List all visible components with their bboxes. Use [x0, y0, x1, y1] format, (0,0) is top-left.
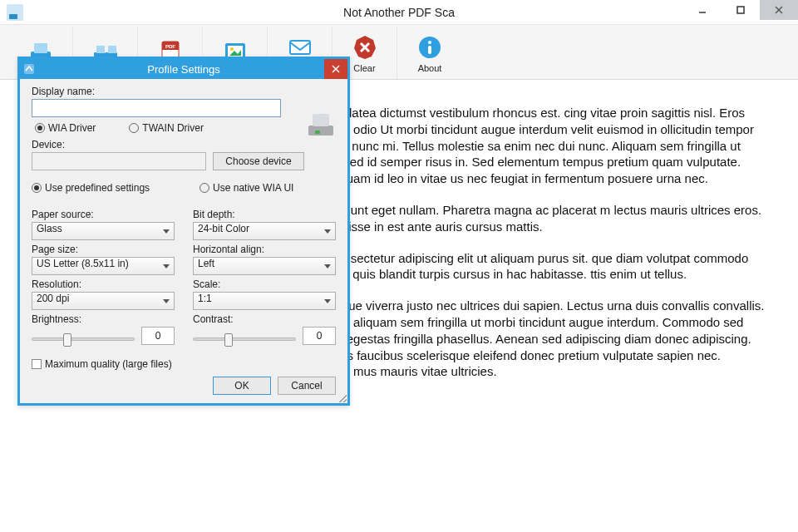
radio-label: Use predefined settings	[45, 182, 150, 194]
contrast-slider[interactable]	[193, 337, 296, 341]
toolbar-label: Clear	[353, 63, 375, 73]
use-predefined-radio[interactable]: Use predefined settings	[32, 182, 150, 194]
svg-rect-9	[108, 46, 116, 53]
twain-driver-radio[interactable]: TWAIN Driver	[129, 122, 204, 134]
select-value: US Letter (8.5x11 in)	[37, 258, 129, 269]
svg-point-22	[428, 41, 431, 44]
select-value: Glass	[37, 223, 62, 234]
device-input	[32, 152, 206, 170]
app-icon	[7, 4, 23, 21]
close-button[interactable]	[760, 0, 798, 20]
contrast-label: Contrast:	[193, 313, 336, 325]
svg-rect-7	[96, 46, 105, 53]
maximize-button[interactable]	[722, 0, 760, 20]
radio-label: TWAIN Driver	[142, 122, 204, 134]
checkbox-label: Maximum quality (large files)	[45, 358, 172, 370]
choose-device-button[interactable]: Choose device	[213, 152, 304, 170]
brightness-slider[interactable]	[32, 337, 135, 341]
svg-rect-5	[34, 43, 47, 53]
resolution-select[interactable]: 200 dpi	[32, 292, 175, 310]
scale-select[interactable]: 1:1	[193, 292, 336, 310]
display-name-label: Display name:	[32, 86, 336, 97]
window-title: Not Another PDF Sca	[343, 6, 455, 19]
radio-label: WIA Driver	[48, 122, 96, 134]
resize-grip[interactable]	[337, 392, 347, 402]
checkbox-icon	[32, 359, 42, 369]
doc-paragraph: bitasse platea dictumst vestibulum rhonc…	[299, 105, 765, 187]
radio-icon	[200, 183, 209, 193]
dialog-titlebar[interactable]: Profile Settings	[20, 59, 347, 79]
doc-paragraph: amet consectetur adipiscing elit ut aliq…	[299, 250, 765, 283]
info-icon	[416, 33, 444, 62]
dialog-title: Profile Settings	[147, 63, 219, 76]
doc-paragraph: urna neque viverra justo nec ultrices du…	[299, 298, 765, 380]
display-name-input[interactable]	[32, 99, 281, 117]
scale-label: Scale:	[193, 278, 336, 290]
radio-icon	[35, 123, 45, 133]
halign-select[interactable]: Left	[193, 257, 336, 275]
svg-rect-23	[428, 46, 431, 54]
svg-point-15	[230, 47, 234, 51]
dialog-close-button[interactable]	[324, 59, 347, 79]
use-native-radio[interactable]: Use native WIA UI	[200, 182, 293, 194]
page-size-label: Page size:	[32, 244, 175, 255]
svg-rect-29	[315, 131, 320, 134]
svg-text:PDF: PDF	[165, 44, 175, 49]
scanner-large-icon	[304, 107, 337, 140]
toolbar-label: About	[418, 63, 442, 73]
toolbar-about[interactable]: About	[397, 27, 462, 79]
select-value: 1:1	[198, 293, 212, 304]
contrast-value[interactable]: 0	[303, 327, 336, 345]
radio-icon	[129, 123, 139, 133]
select-value: Left	[198, 258, 214, 269]
radio-label: Use native WIA UI	[213, 182, 293, 194]
window-titlebar: Not Another PDF Sca	[0, 0, 798, 25]
device-label: Device:	[32, 139, 336, 150]
select-value: 200 dpi	[37, 293, 69, 304]
wia-driver-radio[interactable]: WIA Driver	[35, 122, 96, 134]
max-quality-checkbox[interactable]: Maximum quality (large files)	[32, 358, 336, 370]
profile-settings-dialog: Profile Settings Display name: WIA Drive…	[17, 57, 350, 406]
resolution-label: Resolution:	[32, 278, 175, 290]
bit-depth-label: Bit depth:	[193, 209, 336, 220]
doc-paragraph: nisl tincidunt eget nullam. Pharetra mag…	[299, 202, 765, 235]
minimize-button[interactable]	[683, 0, 722, 20]
svg-rect-28	[313, 114, 329, 126]
cancel-button[interactable]: Cancel	[278, 377, 336, 395]
halign-label: Horizontal align:	[193, 244, 336, 255]
page-size-select[interactable]: US Letter (8.5x11 in)	[32, 257, 175, 275]
dialog-icon	[23, 63, 35, 75]
window-controls	[683, 0, 798, 24]
dialog-body: Display name: WIA Driver TWAIN Driver De…	[20, 79, 347, 403]
paper-source-label: Paper source:	[32, 209, 175, 220]
radio-icon	[32, 183, 42, 193]
select-value: 24-bit Color	[198, 223, 249, 234]
ok-button[interactable]: OK	[213, 377, 271, 395]
svg-rect-27	[308, 126, 333, 135]
brightness-value[interactable]: 0	[141, 327, 175, 345]
bit-depth-select[interactable]: 24-bit Color	[193, 222, 336, 240]
svg-rect-1	[737, 7, 744, 13]
clear-icon	[351, 33, 379, 62]
paper-source-select[interactable]: Glass	[32, 222, 175, 240]
svg-rect-17	[290, 41, 310, 54]
brightness-label: Brightness:	[32, 313, 175, 325]
